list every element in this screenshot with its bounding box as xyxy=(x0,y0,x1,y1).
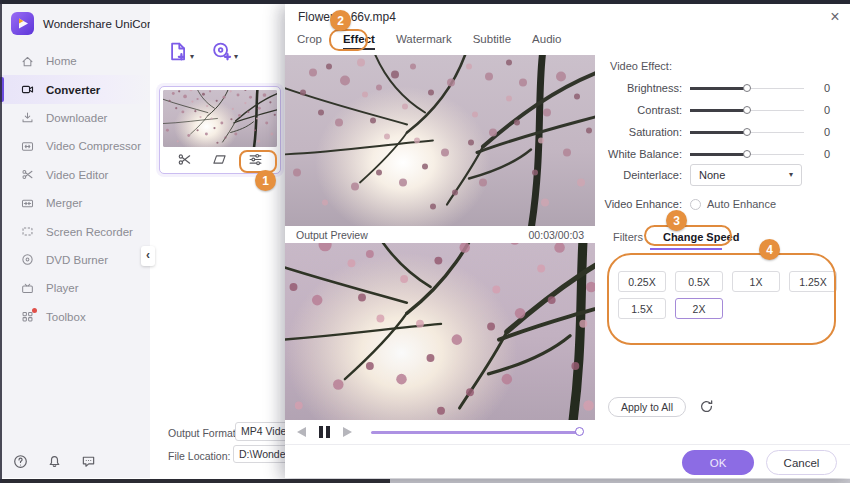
previous-frame-button[interactable] xyxy=(297,427,306,437)
file-location-field[interactable]: D:\Wondersh xyxy=(233,445,290,463)
sidebar: Wondershare UniConverter Home Converter … xyxy=(0,4,150,478)
tab-subtitle[interactable]: Subtitle xyxy=(473,33,511,50)
sidebar-item-label: Converter xyxy=(46,84,100,96)
sidebar-menu: Home Converter Downloader Video Compress… xyxy=(0,47,150,331)
sidebar-item-downloader[interactable]: Downloader xyxy=(0,104,150,132)
close-icon[interactable]: × xyxy=(825,7,845,27)
trim-icon[interactable] xyxy=(177,152,192,167)
sidebar-item-label: Merger xyxy=(46,197,82,209)
source-preview-video xyxy=(285,55,595,226)
speed-option-1x[interactable]: 1X xyxy=(732,271,780,292)
active-tab-underline xyxy=(650,248,722,250)
window-left-edge xyxy=(0,0,2,483)
tab-audio[interactable]: Audio xyxy=(532,33,561,50)
bell-icon[interactable] xyxy=(47,454,62,469)
white-balance-row: White Balance: 0 xyxy=(602,146,830,162)
saturation-label: Saturation: xyxy=(602,126,682,138)
dialog-title: Flowers - 66v.mp4 xyxy=(298,10,396,24)
window-top-edge xyxy=(0,0,850,4)
tab-filters[interactable]: Filters xyxy=(613,231,643,243)
download-icon xyxy=(21,111,35,125)
sidebar-item-label: Video Editor xyxy=(46,169,108,181)
app-logo-icon xyxy=(11,12,34,35)
recorder-icon xyxy=(21,225,35,239)
output-preview-video xyxy=(285,243,595,420)
contrast-row: Contrast: 0 xyxy=(602,102,830,118)
next-frame-button[interactable] xyxy=(343,427,352,437)
brightness-label: Brightness: xyxy=(602,82,682,94)
tab-effect[interactable]: Effect xyxy=(343,33,375,50)
window-bottom-edge-light xyxy=(390,479,850,483)
clip-thumbnail xyxy=(163,90,277,147)
apply-to-all-button[interactable]: Apply to All xyxy=(608,397,686,417)
chevron-down-icon: ▾ xyxy=(190,52,194,62)
contrast-value: 0 xyxy=(814,104,830,116)
speed-option-025x[interactable]: 0.25X xyxy=(618,271,666,292)
tab-crop[interactable]: Crop xyxy=(297,33,322,50)
sidebar-collapse-handle[interactable]: ‹ xyxy=(141,246,155,266)
video-clip-card[interactable] xyxy=(159,86,281,174)
white-balance-label: White Balance: xyxy=(602,148,682,160)
speed-option-2x[interactable]: 2X xyxy=(675,298,723,319)
edit-dialog: Flowers - 66v.mp4 × Crop Effect Watermar… xyxy=(285,4,850,478)
pause-button[interactable] xyxy=(319,426,330,438)
effect-settings-icon[interactable] xyxy=(248,152,263,167)
filter-speed-tabs: Filters Change Speed xyxy=(613,231,739,243)
video-effect-heading: Video Effect: xyxy=(610,60,672,72)
output-format-select[interactable]: MP4 Video xyxy=(235,422,290,441)
sidebar-item-merger[interactable]: Merger xyxy=(0,189,150,217)
sidebar-item-dvd-burner[interactable]: DVD Burner xyxy=(0,246,150,274)
add-dvd-button[interactable]: ▾ xyxy=(211,41,238,62)
auto-enhance-checkbox[interactable] xyxy=(690,199,701,210)
merger-icon xyxy=(21,196,35,210)
preview-timecode: 00:03/00:03 xyxy=(529,229,584,241)
seek-thumb[interactable] xyxy=(575,427,584,436)
file-list-panel: ▾ ▾ Output Format: MP4 Video File Locati… xyxy=(150,4,285,478)
reset-icon[interactable] xyxy=(699,399,714,414)
scissors-icon xyxy=(21,168,35,182)
sidebar-item-toolbox[interactable]: Toolbox xyxy=(0,303,150,331)
sidebar-item-label: Screen Recorder xyxy=(46,226,133,238)
tab-watermark[interactable]: Watermark xyxy=(396,33,452,50)
sidebar-footer xyxy=(13,454,96,469)
chevron-down-icon: ▾ xyxy=(789,170,793,180)
home-icon xyxy=(21,54,35,68)
tab-change-speed[interactable]: Change Speed xyxy=(663,231,739,243)
help-icon[interactable] xyxy=(13,454,28,469)
app-window: Wondershare UniConverter Home Converter … xyxy=(0,0,850,483)
sidebar-item-video-editor[interactable]: Video Editor xyxy=(0,161,150,189)
sidebar-item-player[interactable]: Player xyxy=(0,274,150,302)
deinterlace-label: Deinterlace: xyxy=(602,169,682,181)
crop-icon[interactable] xyxy=(212,152,227,167)
contrast-slider[interactable] xyxy=(690,103,808,117)
sidebar-item-label: Player xyxy=(46,282,79,294)
window-bottom-edge-dark xyxy=(0,479,390,483)
speed-option-125x[interactable]: 1.25X xyxy=(789,271,837,292)
deinterlace-select[interactable]: None ▾ xyxy=(690,164,802,186)
output-preview-label: Output Preview xyxy=(296,229,368,241)
speed-option-05x[interactable]: 0.5X xyxy=(675,271,723,292)
sidebar-item-converter[interactable]: Converter xyxy=(0,75,150,103)
dialog-tabs: Crop Effect Watermark Subtitle Audio xyxy=(297,33,561,50)
contrast-label: Contrast: xyxy=(602,104,682,116)
brightness-slider[interactable] xyxy=(690,81,808,95)
sidebar-item-screen-recorder[interactable]: Screen Recorder xyxy=(0,217,150,245)
seek-bar[interactable] xyxy=(371,431,581,434)
white-balance-slider[interactable] xyxy=(690,147,808,161)
preview-info-bar: Output Preview 00:03/00:03 xyxy=(285,226,595,243)
cancel-button[interactable]: Cancel xyxy=(766,450,837,475)
annotation-step-3: 3 xyxy=(666,210,687,231)
speed-option-15x[interactable]: 1.5X xyxy=(618,298,666,319)
saturation-slider[interactable] xyxy=(690,125,808,139)
sidebar-item-video-compressor[interactable]: Video Compressor xyxy=(0,132,150,160)
saturation-value: 0 xyxy=(814,126,830,138)
annotation-step-4: 4 xyxy=(759,239,780,260)
feedback-icon[interactable] xyxy=(81,454,96,469)
file-toolbar: ▾ ▾ xyxy=(167,41,238,62)
sidebar-item-home[interactable]: Home xyxy=(0,47,150,75)
add-files-button[interactable]: ▾ xyxy=(167,41,194,62)
notification-dot xyxy=(32,308,37,313)
white-balance-value: 0 xyxy=(814,148,830,160)
ok-button[interactable]: OK xyxy=(682,450,754,475)
brightness-value: 0 xyxy=(814,82,830,94)
